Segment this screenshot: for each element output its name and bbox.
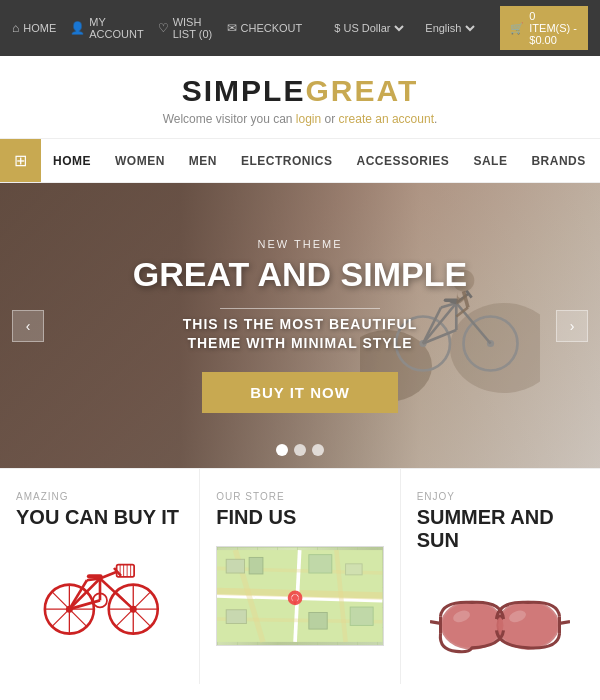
nav-electronics[interactable]: ELECTRONICS <box>229 142 345 180</box>
hero-divider <box>220 308 380 309</box>
slider-dots <box>276 444 324 456</box>
slider-prev-button[interactable]: ‹ <box>12 310 44 342</box>
svg-rect-40 <box>87 574 103 578</box>
hero-content: new theme GREAT AND SIMPLE THIS IS THE M… <box>0 183 600 468</box>
feature-image-3 <box>417 564 584 674</box>
nav-brands[interactable]: BRANDS <box>519 142 597 180</box>
hero-description: THIS IS THE MOST BEAUTIFUL THEME WITH MI… <box>183 315 417 354</box>
logo-black: SIMPLE <box>182 74 306 107</box>
language-select[interactable]: English <box>421 21 478 35</box>
feature-card-map: OUR STORE FIND US <box>200 469 400 684</box>
login-link[interactable]: login <box>296 112 321 126</box>
checkout-icon: ✉ <box>227 21 237 35</box>
svg-rect-60 <box>309 613 327 630</box>
heart-icon: ♡ <box>158 21 169 35</box>
header-tagline: Welcome visitor you can login or create … <box>10 112 590 126</box>
site-header: SIMPLEGREAT Welcome visitor you can logi… <box>0 56 600 138</box>
feature-card-bicycle: AMAZING YOU CAN BUY IT <box>0 469 200 684</box>
currency-selector[interactable]: $ US Dollar <box>330 21 407 35</box>
slider-dot-3[interactable] <box>312 444 324 456</box>
home-link[interactable]: ⌂ HOME <box>12 21 56 35</box>
feature-image-1 <box>16 541 183 651</box>
hero-subtitle: new theme <box>257 238 342 250</box>
nav-accessories[interactable]: ACCESSORIES <box>345 142 462 180</box>
language-selector[interactable]: English <box>421 21 478 35</box>
hero-title: GREAT AND SIMPLE <box>133 256 467 293</box>
grid-icon: ⊞ <box>14 151 27 170</box>
feature-label-1: AMAZING <box>16 491 183 502</box>
feature-label-3: ENJOY <box>417 491 584 502</box>
account-icon: 👤 <box>70 21 85 35</box>
svg-line-71 <box>560 622 571 624</box>
svg-point-65 <box>443 602 503 648</box>
nav-men[interactable]: MEN <box>177 142 229 180</box>
feature-title-2: FIND US <box>216 506 383 529</box>
svg-line-70 <box>430 622 441 624</box>
grid-menu-button[interactable]: ⊞ <box>0 139 41 182</box>
svg-rect-61 <box>351 607 374 625</box>
svg-rect-55 <box>227 559 245 573</box>
svg-rect-58 <box>346 564 363 575</box>
feature-title-1: YOU CAN BUY IT <box>16 506 183 529</box>
nav-links: HOME WOMEN MEN ELECTRONICS ACCESSORIES S… <box>41 142 600 180</box>
svg-rect-56 <box>249 557 263 574</box>
feature-card-sunglasses: ENJOY SUMMER AND SUN <box>401 469 600 684</box>
site-logo: SIMPLEGREAT <box>10 74 590 108</box>
slider-dot-2[interactable] <box>294 444 306 456</box>
top-bar: ⌂ HOME 👤 MY ACCOUNT ♡ WISH LIST (0) ✉ CH… <box>0 0 600 56</box>
nav-home[interactable]: HOME <box>41 142 103 180</box>
account-link[interactable]: 👤 MY ACCOUNT <box>70 16 143 40</box>
cart-icon: 🛒 <box>510 22 524 35</box>
arrow-left-icon: ‹ <box>26 318 31 334</box>
nav-women[interactable]: WOMEN <box>103 142 177 180</box>
svg-line-37 <box>100 572 118 579</box>
buy-now-button[interactable]: BUY IT NOW <box>202 372 398 413</box>
arrow-right-icon: › <box>570 318 575 334</box>
svg-rect-57 <box>309 555 332 573</box>
feature-label-2: OUR STORE <box>216 491 383 502</box>
cart-button[interactable]: 🛒 0 ITEM(S) - $0.00 <box>500 6 588 50</box>
checkout-link[interactable]: ✉ CHECKOUT <box>227 21 303 35</box>
feature-image-2 <box>216 541 383 651</box>
home-icon: ⌂ <box>12 21 19 35</box>
currency-select[interactable]: $ US Dollar <box>330 21 407 35</box>
logo-gold: GREAT <box>305 74 418 107</box>
slider-dot-1[interactable] <box>276 444 288 456</box>
hero-slider: new theme GREAT AND SIMPLE THIS IS THE M… <box>0 183 600 468</box>
wishlist-link[interactable]: ♡ WISH LIST (0) <box>158 16 213 40</box>
navigation-bar: ⊞ HOME WOMEN MEN ELECTRONICS ACCESSORIES… <box>0 138 600 183</box>
feature-title-3: SUMMER AND SUN <box>417 506 584 552</box>
slider-next-button[interactable]: › <box>556 310 588 342</box>
features-section: AMAZING YOU CAN BUY IT <box>0 468 600 684</box>
nav-sale[interactable]: SALE <box>461 142 519 180</box>
create-account-link[interactable]: create an account <box>339 112 434 126</box>
svg-rect-59 <box>227 610 247 624</box>
svg-point-67 <box>499 602 559 648</box>
